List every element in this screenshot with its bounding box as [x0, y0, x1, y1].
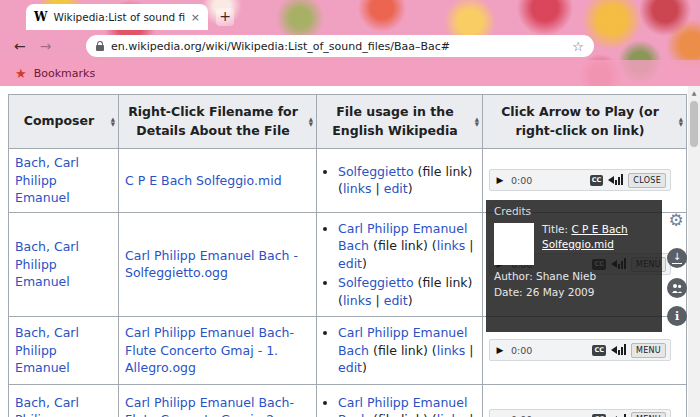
composer-link[interactable]: Bach, Carl Philipp Emanuel — [15, 239, 79, 289]
usage-links-link[interactable]: links — [437, 343, 466, 358]
sort-icon[interactable]: ▲▼ — [475, 117, 479, 127]
audio-player: ▶ 0:00 CC MENU — [489, 339, 671, 361]
filename-cell: Carl Philipp Emanuel Bach- Flute Concert… — [119, 384, 317, 417]
audio-player: ▶ 0:00 CC CLOSE — [489, 169, 671, 191]
vertical-scrollbar[interactable]: ▲ — [688, 86, 700, 417]
wikipedia-favicon-icon: W — [34, 10, 47, 24]
credits-heading: Credits — [494, 204, 654, 219]
settings-gear-icon[interactable]: ⚙ — [666, 210, 686, 230]
usage-edit-link[interactable]: edit — [384, 293, 408, 308]
browser-tab[interactable]: W Wikipedia:List of sound files/Baa × — [26, 4, 208, 30]
usage-edit-link[interactable]: edit — [338, 360, 362, 375]
composer-cell: Bach, Carl Philipp Emanuel — [9, 149, 119, 213]
download-icon[interactable]: ↓ — [667, 248, 687, 268]
play-icon[interactable]: ▶ — [494, 344, 506, 357]
player-time: 0:00 — [511, 413, 532, 417]
usage-item: Carl Philipp Emanuel Bach (file link) (l… — [338, 220, 476, 273]
usage-item: Solfeggietto (file link) (links | edit) — [338, 274, 476, 309]
address-bar[interactable]: en.wikipedia.org/wiki/Wikipedia:List_of_… — [86, 35, 594, 57]
usage-links-link[interactable]: links — [343, 293, 372, 308]
tab-close-icon[interactable]: × — [191, 11, 200, 24]
usage-cell: Solfeggietto (file link) (links | edit) — [317, 149, 483, 213]
player-cell: ▶ 0:00 CC MENU — [483, 384, 687, 417]
filename-cell: Carl Philipp Emanuel Bach - Solfeggietto… — [119, 212, 317, 317]
bookmark-star-icon[interactable]: ☆ — [572, 39, 584, 54]
composer-link[interactable]: Bach, Carl Philipp Emanuel — [15, 325, 79, 375]
volume-icon[interactable] — [611, 344, 626, 356]
filename-cell: C P E Bach Solfeggio.mid — [119, 149, 317, 213]
scroll-up-icon[interactable]: ▲ — [688, 86, 700, 99]
usage-item: Solfeggietto (file link) (links | edit) — [338, 163, 476, 198]
player-menu-button[interactable]: MENU — [631, 412, 666, 417]
file-usage-list: Solfeggietto (file link) (links | edit) — [323, 163, 476, 198]
play-icon[interactable]: ▶ — [494, 174, 506, 187]
composer-cell: Bach, Carl Philipp Emanuel — [9, 384, 119, 417]
credits-date: Date: 26 May 2009 — [494, 284, 654, 300]
player-menu-button[interactable]: MENU — [631, 343, 666, 358]
filename-link[interactable]: Carl Philipp Emanuel Bach- Flute Concert… — [125, 395, 294, 417]
header-label: Composer — [24, 113, 94, 128]
url-text: en.wikipedia.org/wiki/Wikipedia:List_of_… — [111, 40, 565, 53]
closed-captions-icon[interactable]: CC — [592, 345, 606, 356]
header-label: Click Arrow to Play (or right-click on l… — [501, 104, 659, 137]
filename-cell: Carl Philipp Emanuel Bach- Flute Concert… — [119, 317, 317, 385]
credits-thumbnail — [494, 223, 534, 265]
volume-icon[interactable] — [608, 174, 623, 186]
player-close-button[interactable]: CLOSE — [628, 173, 666, 188]
page-content: Composer ▲▼ Right-Click Filename for Det… — [0, 86, 700, 417]
composer-link[interactable]: Bach, Carl Philipp Emanuel — [15, 155, 79, 205]
back-icon[interactable]: ← — [14, 38, 26, 54]
usage-item: Carl Philipp Emanuel Bach (file link) (l… — [338, 394, 476, 417]
header-label: File usage in the English Wikipedia — [332, 104, 457, 137]
usage-page-link[interactable]: Solfeggietto — [338, 164, 414, 179]
info-icon[interactable]: i — [667, 306, 687, 326]
usage-cell: Carl Philipp Emanuel Bach (file link) (l… — [317, 317, 483, 385]
header-label: Right-Click Filename for Details About t… — [128, 104, 298, 137]
usage-edit-link[interactable]: edit — [384, 181, 408, 196]
player-time: 0:00 — [511, 344, 532, 357]
usage-cell: Carl Philipp Emanuel Bach (file link) (l… — [317, 384, 483, 417]
bookmarks-label[interactable]: Bookmarks — [34, 67, 95, 80]
browser-chrome: W Wikipedia:List of sound files/Baa × + … — [0, 0, 700, 86]
filename-link[interactable]: Carl Philipp Emanuel Bach- Flute Concert… — [125, 325, 294, 375]
audio-player: ▶ 0:00 CC MENU — [489, 409, 671, 417]
usage-cell: Carl Philipp Emanuel Bach (file link) (l… — [317, 212, 483, 317]
file-usage-list: Carl Philipp Emanuel Bach (file link) (l… — [323, 394, 476, 417]
usage-links-link[interactable]: links — [437, 412, 466, 417]
credits-author: Author: Shane Nieb — [494, 268, 654, 284]
table-header-row: Composer ▲▼ Right-Click Filename for Det… — [9, 95, 687, 149]
usage-links-link[interactable]: links — [343, 181, 372, 196]
player-time: 0:00 — [511, 174, 532, 187]
column-header-play[interactable]: Click Arrow to Play (or right-click on l… — [483, 95, 687, 149]
scrollbar-thumb[interactable] — [690, 101, 698, 147]
column-header-composer[interactable]: Composer ▲▼ — [9, 95, 119, 149]
usage-item: Carl Philipp Emanuel Bach (file link) (l… — [338, 324, 476, 377]
composer-cell: Bach, Carl Philipp Emanuel — [9, 317, 119, 385]
usage-page-link[interactable]: Solfeggietto — [338, 275, 414, 290]
tab-title: Wikipedia:List of sound files/Baa — [53, 11, 184, 23]
filename-link[interactable]: Carl Philipp Emanuel Bach - Solfeggietto… — [125, 248, 298, 281]
file-usage-list: Carl Philipp Emanuel Bach (file link) (l… — [323, 324, 476, 377]
sort-icon[interactable]: ▲▼ — [309, 117, 313, 127]
lock-icon[interactable] — [96, 45, 104, 51]
bookmarks-star-icon[interactable]: ★ — [15, 66, 27, 81]
composer-cell: Bach, Carl Philipp Emanuel — [9, 212, 119, 317]
bookmarks-bar: ★ Bookmarks — [0, 60, 700, 86]
table-row: Bach, Carl Philipp Emanuel Carl Philipp … — [9, 384, 687, 417]
filename-link[interactable]: C P E Bach Solfeggio.mid — [125, 173, 282, 188]
sort-icon[interactable]: ▲▼ — [111, 117, 115, 127]
people-icon[interactable] — [667, 278, 687, 298]
file-usage-list: Carl Philipp Emanuel Bach (file link) (l… — [323, 220, 476, 310]
column-header-filename[interactable]: Right-Click Filename for Details About t… — [119, 95, 317, 149]
credits-overlay: Credits Title: C P E Bach Solfeggio.mid … — [486, 200, 662, 332]
sort-icon[interactable]: ▲▼ — [679, 117, 683, 127]
usage-edit-link[interactable]: edit — [338, 256, 362, 271]
closed-captions-icon[interactable]: CC — [590, 175, 604, 186]
usage-links-link[interactable]: links — [437, 238, 466, 253]
forward-icon[interactable]: → — [40, 38, 52, 54]
browser-window: W Wikipedia:List of sound files/Baa × + … — [0, 0, 700, 417]
new-tab-button[interactable]: + — [216, 8, 234, 26]
composer-link[interactable]: Bach, Carl Philipp Emanuel — [15, 395, 79, 417]
column-header-usage[interactable]: File usage in the English Wikipedia ▲▼ — [317, 95, 483, 149]
